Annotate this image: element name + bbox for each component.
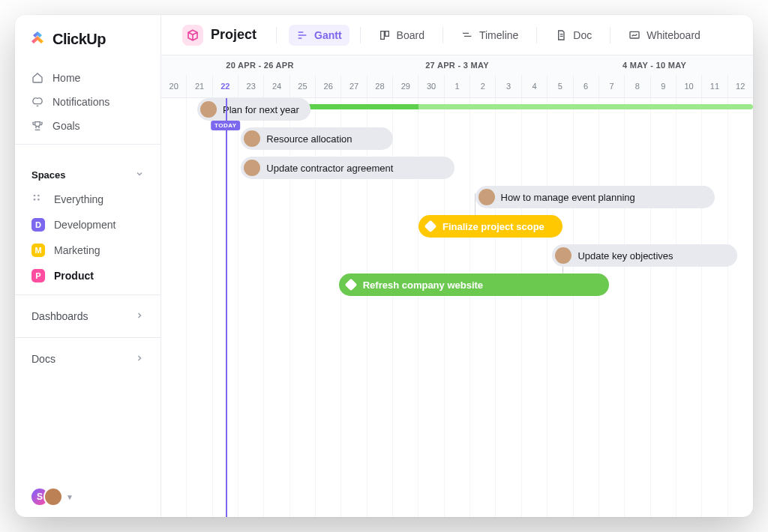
svg-rect-4 — [380, 31, 384, 39]
divider — [610, 27, 610, 43]
tab-timeline[interactable]: Timeline — [454, 25, 526, 46]
task-bar[interactable]: Resource allocation — [241, 127, 392, 150]
day-cell[interactable]: 20 — [161, 75, 186, 97]
sidebar-item-label: Development — [54, 219, 116, 231]
day-cell[interactable]: 30 — [418, 75, 443, 97]
space-badge: P — [32, 269, 45, 282]
timeline-icon — [461, 29, 473, 41]
divider — [442, 27, 443, 43]
week-label: 27 APR - 3 MAY — [358, 61, 556, 70]
week-label: 20 APR - 26 APR — [161, 61, 358, 70]
today-badge: TODAY — [211, 121, 241, 130]
day-cell[interactable]: 2 — [470, 75, 495, 97]
sidebar-item-dashboards[interactable]: Dashboards — [26, 301, 150, 331]
bell-icon — [32, 96, 44, 108]
doc-icon — [555, 29, 567, 41]
spaces-header[interactable]: Spaces — [26, 163, 150, 187]
day-cell[interactable]: 10 — [676, 75, 701, 97]
divider — [15, 337, 160, 338]
avatar — [200, 101, 217, 118]
home-icon — [32, 72, 44, 84]
view-tabs: GanttBoardTimelineDocWhiteboard — [289, 25, 708, 46]
project-chip[interactable]: Project — [175, 20, 264, 50]
tab-whiteboard[interactable]: Whiteboard — [621, 25, 708, 46]
day-cell[interactable]: 27 — [340, 75, 366, 97]
nav-label: Notifications — [52, 96, 110, 108]
timeline-header: 20 APR - 26 APR27 APR - 3 MAY4 MAY - 10 … — [161, 55, 753, 98]
tab-label: Whiteboard — [646, 29, 700, 41]
day-cell[interactable]: 25 — [290, 75, 315, 97]
nav-goals[interactable]: Goals — [26, 114, 150, 138]
tab-doc[interactable]: Doc — [548, 25, 599, 46]
sidebar-item-development[interactable]: DDevelopment — [26, 212, 150, 238]
sidebar-item-marketing[interactable]: MMarketing — [26, 238, 150, 263]
sidebar-item-everything[interactable]: Everything — [26, 187, 150, 212]
nav-label: Goals — [52, 120, 80, 132]
day-cell[interactable]: 24 — [263, 75, 289, 97]
app-window: ClickUp Home Notifications Goals Spaces … — [15, 15, 753, 517]
spaces-list: DDevelopmentMMarketingPProduct — [26, 212, 150, 288]
day-cell[interactable]: 7 — [598, 75, 624, 97]
gantt-chart[interactable]: TODAY Plan for next yearResource allocat… — [161, 98, 753, 517]
today-line — [226, 98, 227, 517]
grid-icon — [32, 193, 45, 207]
milestone-icon — [424, 220, 437, 233]
tab-label: Timeline — [479, 29, 518, 41]
day-cell[interactable]: 26 — [315, 75, 340, 97]
sidebar-item-label: Everything — [54, 193, 104, 205]
day-cell[interactable]: 5 — [547, 75, 572, 97]
tab-board[interactable]: Board — [371, 25, 432, 46]
task-bar[interactable]: Finalize project scope — [418, 215, 562, 238]
svg-point-1 — [38, 194, 40, 196]
day-cell[interactable]: 3 — [495, 75, 520, 97]
task-label: Plan for next year — [223, 104, 299, 115]
task-bar[interactable]: Update key objectives — [552, 244, 737, 267]
task-bar[interactable]: How to manage event planning — [476, 186, 715, 208]
view-toolbar: Project GanttBoardTimelineDocWhiteboard — [161, 15, 753, 55]
brand-logo[interactable]: ClickUp — [26, 30, 150, 48]
day-cell[interactable]: 23 — [238, 75, 263, 97]
day-cell[interactable]: 21 — [186, 75, 212, 97]
nav-home[interactable]: Home — [26, 66, 150, 90]
day-cell[interactable]: 22 — [212, 75, 238, 97]
avatar — [244, 160, 260, 176]
divider — [536, 27, 537, 43]
day-cell[interactable]: 1 — [444, 75, 470, 97]
day-cell[interactable]: 29 — [392, 75, 418, 97]
nav-notifications[interactable]: Notifications — [26, 90, 150, 114]
task-label: How to manage event planning — [501, 192, 635, 203]
chevron-down-icon — [135, 169, 144, 181]
sidebar-item-docs[interactable]: Docs — [26, 344, 150, 374]
presence-bar[interactable]: S ▼ — [26, 487, 150, 507]
sidebar-item-product[interactable]: PProduct — [26, 263, 150, 288]
task-bar[interactable]: Refresh company website — [339, 273, 609, 296]
task-bar[interactable]: Plan for next year — [197, 98, 310, 121]
primary-nav: Home Notifications Goals — [26, 66, 150, 138]
task-label: Resource allocation — [266, 133, 352, 145]
day-cell[interactable]: 9 — [650, 75, 676, 97]
divider — [15, 294, 160, 295]
tab-gantt[interactable]: Gantt — [289, 25, 350, 46]
tab-label: Doc — [573, 29, 592, 41]
task-bar[interactable]: Update contractor agreement — [241, 157, 454, 179]
gantt-icon — [296, 29, 308, 41]
day-cell[interactable]: 4 — [521, 75, 547, 97]
day-cell[interactable]: 28 — [367, 75, 392, 97]
tasks-layer: Plan for next yearResource allocationUpd… — [161, 98, 753, 517]
whiteboard-icon — [628, 29, 640, 41]
board-icon — [379, 29, 391, 41]
days-row[interactable]: 2021222324252627282930123456789101112 — [161, 75, 753, 97]
tab-label: Board — [397, 29, 424, 41]
day-cell[interactable]: 12 — [728, 75, 753, 97]
day-cell[interactable]: 11 — [701, 75, 727, 97]
chevron-down-icon: ▼ — [66, 493, 74, 501]
trophy-icon — [32, 120, 44, 132]
avatar — [44, 487, 63, 507]
task-label: Update key objectives — [578, 250, 673, 262]
svg-rect-5 — [385, 31, 388, 36]
day-cell[interactable]: 6 — [573, 75, 598, 97]
avatar — [244, 130, 260, 147]
project-title: Project — [211, 27, 256, 43]
day-cell[interactable]: 8 — [624, 75, 650, 97]
week-label: 4 MAY - 10 MAY — [556, 61, 753, 70]
